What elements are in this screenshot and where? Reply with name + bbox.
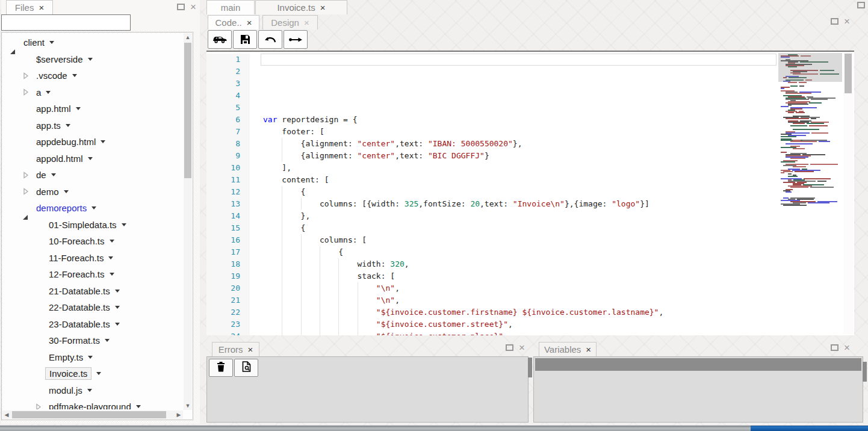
close-icon[interactable]: × <box>844 18 850 25</box>
tree-item-appdebug-html[interactable]: appdebug.html <box>3 134 182 150</box>
code-line[interactable]: }, <box>250 210 778 222</box>
maximize-icon[interactable] <box>177 4 185 10</box>
scrollbar-thumb[interactable] <box>12 411 166 418</box>
close-icon[interactable]: × <box>304 18 309 27</box>
close-icon[interactable]: × <box>247 18 252 27</box>
dropdown-caret-icon[interactable] <box>88 157 93 160</box>
tab-code[interactable]: Code.. × <box>208 15 259 29</box>
code-line[interactable]: var reportdesign = { <box>250 114 778 126</box>
scrollbar-thumb[interactable] <box>863 362 867 382</box>
tree-horizontal-scrollbar[interactable]: ◀ ▶ <box>2 411 183 419</box>
scrollbar-thumb[interactable] <box>845 54 852 93</box>
maximize-icon[interactable] <box>506 344 513 351</box>
tree-item--vscode[interactable]: .vscode <box>3 67 182 84</box>
code-line[interactable]: columns: [{width: 325,fontSize: 20,text:… <box>250 198 778 210</box>
code-line[interactable]: stack: [ <box>250 270 778 282</box>
code-line[interactable]: "\n", <box>250 294 778 306</box>
maximize-icon[interactable] <box>831 344 839 351</box>
dropdown-caret-icon[interactable] <box>110 240 114 243</box>
tree-item-21-datatable-ts[interactable]: 21-Datatable.ts <box>3 283 182 300</box>
collapse-icon[interactable] <box>10 39 17 46</box>
code-area[interactable]: var reportdesign = { footer: [ {alignmen… <box>250 54 778 335</box>
code-line[interactable]: columns: [ <box>250 234 778 246</box>
dropdown-caret-icon[interactable] <box>46 91 51 94</box>
code-line[interactable]: ], <box>250 162 778 174</box>
files-panel-tab[interactable]: Files × <box>6 0 53 14</box>
tree-item-invoice-ts[interactable]: Invoice.ts <box>3 365 182 382</box>
tree-item-client[interactable]: client <box>3 34 182 51</box>
code-line[interactable] <box>250 90 778 102</box>
expand-icon[interactable] <box>23 188 30 195</box>
code-line[interactable]: { <box>250 246 778 258</box>
code-line[interactable]: {alignment: "center",text: "IBAN: 500055… <box>250 138 778 150</box>
close-icon[interactable]: × <box>320 3 326 12</box>
tree-item-23-datatable-ts[interactable]: 23-Datatable.ts <box>3 316 182 333</box>
tree-item-12-foreach-ts[interactable]: 12-Foreach.ts <box>3 266 182 283</box>
dropdown-caret-icon[interactable] <box>115 290 120 293</box>
code-line[interactable]: width: 320, <box>250 258 778 270</box>
expand-icon[interactable] <box>23 172 30 179</box>
tree-item-demoreports[interactable]: demoreports <box>3 200 182 217</box>
dropdown-caret-icon[interactable] <box>105 339 110 342</box>
save-button[interactable] <box>233 30 257 49</box>
code-line[interactable]: "${invoice.customer.place}" <box>250 330 778 335</box>
close-icon[interactable]: × <box>844 344 850 351</box>
code-line[interactable]: {alignment: "center",text: "BIC DGGFFJ"} <box>250 150 778 162</box>
dropdown-caret-icon[interactable] <box>91 206 96 209</box>
dropdown-caret-icon[interactable] <box>108 256 113 259</box>
code-line[interactable]: footer: [ <box>250 126 778 138</box>
run-button[interactable] <box>208 30 232 49</box>
dropdown-caret-icon[interactable] <box>101 140 105 143</box>
file-filter-input[interactable] <box>1 14 131 31</box>
close-icon[interactable]: × <box>190 4 196 10</box>
tree-item-de[interactable]: de <box>3 167 182 184</box>
tab-main[interactable]: main <box>206 0 255 14</box>
code-line[interactable]: "\n", <box>250 282 778 294</box>
dropdown-caret-icon[interactable] <box>72 74 77 77</box>
scrollbar-thumb[interactable] <box>184 43 191 178</box>
clear-errors-button[interactable] <box>209 359 233 377</box>
tree-item-10-foreach-ts[interactable]: 10-Foreach.ts <box>3 233 182 250</box>
tab-invoice-ts[interactable]: Invoice.ts × <box>255 0 347 14</box>
tree-item-22-datatable-ts[interactable]: 22-Datatable.ts <box>3 299 182 316</box>
expand-icon[interactable] <box>23 72 30 79</box>
editor-scrollbar[interactable] <box>843 53 853 334</box>
code-line[interactable]: { <box>250 186 778 198</box>
code-editor[interactable]: 123456789101112131415161718192021222324 … <box>206 51 854 335</box>
undo-button[interactable] <box>258 30 282 49</box>
dropdown-caret-icon[interactable] <box>66 124 70 127</box>
minimap[interactable] <box>778 53 842 335</box>
dropdown-caret-icon[interactable] <box>49 41 54 44</box>
tree-item-modul-js[interactable]: modul.js <box>3 382 182 399</box>
code-line[interactable]: "${invoice.customer.firstname} ${invoice… <box>250 306 778 318</box>
close-icon[interactable]: × <box>248 345 253 354</box>
tree-item-30-format-ts[interactable]: 30-Format.ts <box>3 332 182 349</box>
close-icon[interactable]: × <box>519 344 525 351</box>
expand-icon[interactable] <box>36 403 43 409</box>
dropdown-caret-icon[interactable] <box>136 405 141 408</box>
tree-item-a[interactable]: a <box>3 84 182 101</box>
dropdown-caret-icon[interactable] <box>115 323 120 326</box>
dropdown-caret-icon[interactable] <box>76 107 81 110</box>
tree-item-pdfmake-playground[interactable]: pdfmake-playground <box>3 398 182 409</box>
preview-button[interactable] <box>234 359 258 377</box>
tree-item-app-html[interactable]: app.html <box>3 101 182 117</box>
tree-item-empty-ts[interactable]: Empty.ts <box>3 349 182 366</box>
minimap-viewport[interactable] <box>778 53 842 82</box>
tab-design[interactable]: Design × <box>262 15 318 29</box>
variables-panel-tab[interactable]: Variables × <box>539 342 597 356</box>
errors-panel-tab[interactable]: Errors × <box>212 342 259 356</box>
tree-item-appold-html[interactable]: appold.html <box>3 150 182 167</box>
close-icon[interactable]: × <box>39 3 44 12</box>
dropdown-caret-icon[interactable] <box>110 273 114 276</box>
maximize-icon[interactable] <box>857 2 865 8</box>
scroll-down-icon[interactable]: ▼ <box>184 402 192 410</box>
code-line[interactable] <box>250 102 778 114</box>
dropdown-caret-icon[interactable] <box>122 223 126 226</box>
step-button[interactable] <box>284 30 308 49</box>
tree-item-app-ts[interactable]: app.ts <box>3 117 182 134</box>
scroll-up-icon[interactable]: ▲ <box>184 33 192 42</box>
expand-icon[interactable] <box>23 88 30 96</box>
scroll-left-icon[interactable]: ◀ <box>2 411 11 419</box>
tree-item-01-simpledata-ts[interactable]: 01-Simpledata.ts <box>3 217 182 234</box>
